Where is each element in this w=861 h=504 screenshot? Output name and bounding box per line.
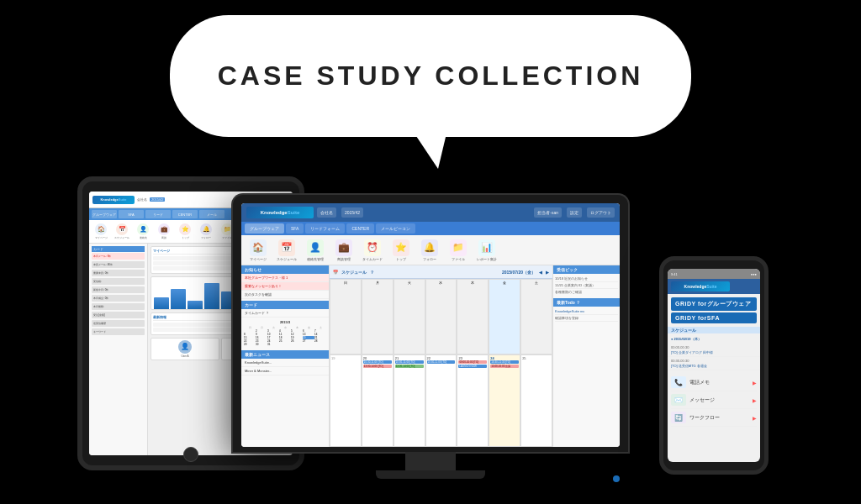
tablet-home-button[interactable] <box>183 447 198 462</box>
monitor-logo: KnowledgeSuite <box>246 207 314 218</box>
monitor-screen: KnowledgeSuite 会社名 2015/42 担当者-san 設定 ログ… <box>241 203 620 447</box>
monitor-schedule-header: 📅 スケジュール ？ 2015/07/20（金） ◀ ▶ <box>330 265 552 279</box>
phone-item-workflow[interactable]: 🔄 ワークフロー ▶ <box>671 409 757 427</box>
monitor-nav: グループウェア SFA リードフォーム CENTER メールビーコン <box>241 222 620 235</box>
tablet-icon-schedule[interactable]: 📅 スケジュール <box>113 223 131 241</box>
devices-container: KnowledgeSuite 会社名 2015/42 グループウェア SFA リ… <box>0 143 861 504</box>
monitor-notice-item: 次のタスクを確認 <box>241 291 329 299</box>
monitor-notice-header: お知らせ <box>241 265 329 274</box>
tablet-nav-item[interactable]: メール <box>199 210 224 218</box>
phone-item-message[interactable]: ✉️ メッセージ ▶ <box>671 391 757 409</box>
monitor-cal-day-thu: 23 09:00-10:00 [TO] LAUNCH NOW <box>457 354 489 448</box>
monitor-stand-neck <box>405 452 456 470</box>
phone-menu-sfa[interactable]: GRiDY forSFA <box>671 312 757 323</box>
monitor-icons-row: 🏠 マイページ 📅 スケジュール 👤 連絡先管理 💼 商談管理 <box>241 235 620 265</box>
phone-menu-group[interactable]: GRiDY forグループウェア <box>671 297 757 311</box>
monitor-icon-deal[interactable]: 💼 商談管理 <box>332 239 356 261</box>
tablet-logo: KnowledgeSuite <box>92 196 135 204</box>
monitor-cal-header-fri: 金 <box>489 279 520 354</box>
monitor-cal-event: 10:30-11:00 [TO] <box>395 360 424 364</box>
monitor-cal-day-fri: 24 10:30-11:30 [TO] 15:00-16:00 会議 <box>489 354 520 448</box>
phone-arrow-icon: ▶ <box>753 380 757 386</box>
phone-label-message: メッセージ <box>689 396 749 404</box>
phone-icon: ✉️ <box>671 394 686 406</box>
phone-icon: 🔄 <box>671 412 686 423</box>
smartphone-screen: 9:41 ●●● KnowledgeSuite GRiDY forグループウェア… <box>668 269 760 462</box>
monitor-inbox-header: 受信ピック <box>553 265 620 274</box>
speech-bubble: CASE STUDY COLLECTION <box>170 15 691 137</box>
monitor-cal-day-tue: 21 10:30-11:00 [TO] 13:00-14:00 [TO] <box>394 354 425 448</box>
monitor-stand-base <box>376 470 485 479</box>
monitor-news-item: Miner & Monster... <box>241 367 329 375</box>
monitor-icon-timecard[interactable]: ⏰ タイムカード <box>361 239 384 261</box>
monitor-cal-event: 10:30-11:00 [TO] <box>427 360 456 364</box>
tablet-sidebar: カード 本日メール: 6件 未読メール: 46件 重要未読: 0件 受信箱: 新… <box>89 244 148 455</box>
phone-menu-items: GRiDY forグループウェア GRiDY forSFA <box>668 294 760 327</box>
monitor-card-header: カード <box>241 301 329 309</box>
monitor-logout-badge[interactable]: ログアウト <box>587 207 615 218</box>
tablet-icon-contact[interactable]: 👤 連絡先 <box>134 223 152 241</box>
monitor-icon-file[interactable]: 📁 ファイル <box>446 239 470 261</box>
monitor-power-light <box>613 475 620 482</box>
monitor-cal-event: 10:30-11:30 [TO] <box>490 360 519 364</box>
monitor-prev-icon[interactable]: ◀ <box>539 270 542 275</box>
phone-label-denwamemo: 電話メモ <box>689 379 749 386</box>
monitor-icon-mypage[interactable]: 🏠 マイページ <box>246 239 270 261</box>
monitor-schedule-date: 2015/07/20（金） <box>502 270 536 275</box>
monitor-cal-header-thu: 木 <box>457 279 489 354</box>
monitor-icon-contact[interactable]: 👤 連絡先管理 <box>304 239 327 261</box>
tablet-icon-maipage[interactable]: 🏠 マイページ <box>92 223 110 241</box>
monitor-cal-event: 15:00-16:00 会議 <box>490 365 519 368</box>
monitor-body: お知らせ 本社グループワークス・様 1 重要なメッセージあり！ 次のタスクを確認… <box>241 265 620 447</box>
phone-status-bar: 9:41 ●●● <box>668 269 760 279</box>
monitor-device: KnowledgeSuite 会社名 2015/42 担当者-san 設定 ログ… <box>233 195 628 479</box>
tablet-icon-bell[interactable]: 🔔 フォロー <box>197 223 215 241</box>
monitor-icon-schedule[interactable]: 📅 スケジュール <box>275 239 298 261</box>
monitor-right-panel: 受信ピック 10/18 近況のお知らせ 11/21 企業案内 ID（案議） 各種… <box>552 265 620 447</box>
smartphone-device: 9:41 ●●● KnowledgeSuite GRiDY forグループウェア… <box>659 256 769 475</box>
monitor-cal-event: 10:30-11:00 [TO] <box>363 360 392 364</box>
monitor-next-icon[interactable]: ▶ <box>546 270 549 275</box>
phone-icon: 📞 <box>671 376 686 388</box>
monitor-nav-mail[interactable]: メールビーコン <box>376 223 415 234</box>
monitor-header-info: 会社名 2015/42 担当者-san 設定 ログアウト <box>317 207 615 218</box>
monitor-schedule-title: スケジュール <box>341 270 367 275</box>
monitor-cal-event: 13:00-14:00 [TO] <box>363 365 392 368</box>
tablet-icon-top[interactable]: ⭐ トップ <box>176 223 194 241</box>
tablet-nav-item[interactable]: グループウェア <box>92 210 117 218</box>
phone-event-2: 00:30-00:30 [TO] 送受信MTG 各週金 <box>668 357 760 370</box>
monitor-cal-event: 09:00-10:00 [TO] <box>458 360 487 364</box>
monitor-cal-header-mon: 月 <box>362 279 394 354</box>
monitor-cal-header-tue: 火 <box>394 279 425 354</box>
monitor-nav-center[interactable]: CENTER <box>346 223 374 234</box>
monitor-company-badge: 会社名 <box>317 207 336 218</box>
monitor-nav-lead[interactable]: リードフォーム <box>305 223 345 234</box>
monitor-icon-top[interactable]: ⭐ トップ <box>389 239 413 261</box>
monitor-icon-follow[interactable]: 🔔 フォロー <box>418 239 441 261</box>
monitor-nav-sfa[interactable]: SFA <box>286 223 304 234</box>
monitor-left-panel: お知らせ 本社グループワークス・様 1 重要なメッセージあり！ 次のタスクを確認… <box>241 265 330 447</box>
monitor-news-header: 最新ニュース <box>241 350 329 359</box>
monitor-header: KnowledgeSuite 会社名 2015/42 担当者-san 設定 ログ… <box>241 203 620 222</box>
monitor-cal-header-wed: 水 <box>425 279 457 354</box>
monitor-cal-header-sat: 土 <box>520 279 552 354</box>
phone-label-workflow: ワークフロー <box>689 414 749 422</box>
monitor-settings-badge[interactable]: 設定 <box>567 207 582 218</box>
monitor-date-badge: 2015/42 <box>341 207 363 218</box>
monitor-nav-group[interactable]: グループウェア <box>245 223 284 234</box>
phone-schedule-date: ● 2015/02/19（木） <box>668 335 760 343</box>
monitor-icon-report[interactable]: 📊 レポート集計 <box>475 239 499 261</box>
phone-arrow-icon: ▶ <box>753 397 757 403</box>
phone-item-denwamemo[interactable]: 📞 電話メモ ▶ <box>671 374 757 391</box>
tablet-nav-item[interactable]: CENTER <box>172 210 198 218</box>
monitor-center-panel: 📅 スケジュール ？ 2015/07/20（金） ◀ ▶ 日 月 <box>330 265 552 447</box>
tablet-nav-item[interactable]: SFA <box>119 210 144 218</box>
phone-bottom-items: 📞 電話メモ ▶ ✉️ メッセージ ▶ 🔄 ワークフロー ▶ <box>668 374 760 427</box>
tablet-nav-item[interactable]: リード <box>145 210 171 218</box>
monitor-cal-day-sat: 25 <box>520 354 552 448</box>
tablet-icon-deal[interactable]: 💼 商談 <box>155 223 173 241</box>
monitor-news-item: KnowledgeSuite... <box>241 359 329 367</box>
monitor-notice-item: 重要なメッセージあり！ <box>241 282 329 291</box>
monitor-cal-event: 13:00-14:00 [TO] <box>395 365 424 368</box>
phone-schedule-section: スケジュール <box>668 327 760 333</box>
